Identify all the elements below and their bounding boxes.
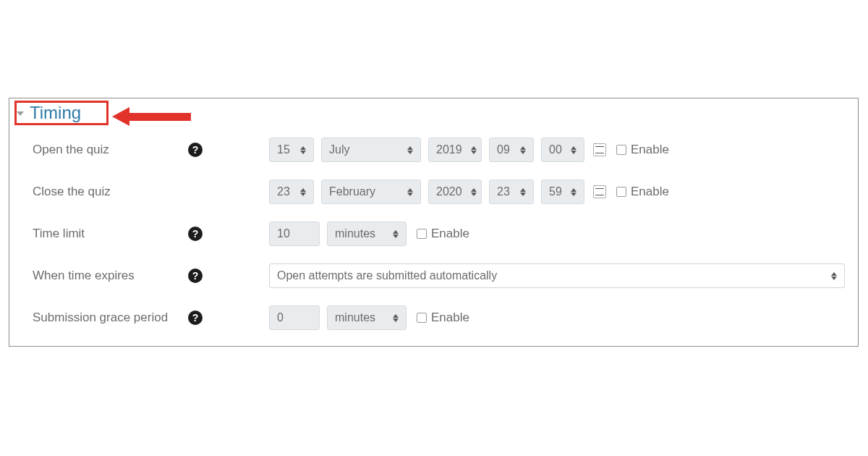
help-icon[interactable]: ? xyxy=(188,227,203,241)
help-icon[interactable]: ? xyxy=(188,143,203,157)
caret-down-icon xyxy=(17,111,24,116)
grace-enable[interactable]: Enable xyxy=(417,311,469,325)
section-title: Timing xyxy=(28,103,82,124)
close-hour-select[interactable]: 23 xyxy=(489,180,534,204)
open-year-select[interactable]: 2019 xyxy=(428,138,482,162)
label-open-quiz: Open the quiz xyxy=(33,143,109,157)
help-icon[interactable]: ? xyxy=(188,269,203,283)
open-day-select[interactable]: 15 xyxy=(269,138,314,162)
label-close-quiz: Close the quiz xyxy=(33,185,111,199)
checkbox-icon[interactable] xyxy=(616,187,626,197)
open-minute-select[interactable]: 00 xyxy=(541,138,584,162)
row-grace-period: Submission grace period ? 0 minutes Enab… xyxy=(17,305,851,330)
label-time-expires: When time expires xyxy=(33,269,135,283)
row-open-quiz: Open the quiz ? 15 July 2019 09 00 Enabl… xyxy=(17,138,851,162)
open-hour-select[interactable]: 09 xyxy=(489,138,534,162)
row-close-quiz: Close the quiz 23 February 2020 23 59 En… xyxy=(17,180,851,204)
row-time-limit: Time limit ? 10 minutes Enable xyxy=(17,221,851,246)
expire-action-select[interactable]: Open attempts are submitted automaticall… xyxy=(269,263,845,288)
row-time-expires: When time expires ? Open attempts are su… xyxy=(17,263,851,288)
section-header[interactable]: Timing xyxy=(17,103,851,124)
label-grace-period: Submission grace period xyxy=(33,311,168,325)
label-time-limit: Time limit xyxy=(33,227,85,241)
limit-value-input[interactable]: 10 xyxy=(269,221,320,246)
close-month-select[interactable]: February xyxy=(321,180,421,204)
checkbox-icon[interactable] xyxy=(417,313,427,323)
close-day-select[interactable]: 23 xyxy=(269,180,314,204)
limit-enable[interactable]: Enable xyxy=(417,227,469,241)
limit-unit-select[interactable]: minutes xyxy=(327,221,407,246)
grace-unit-select[interactable]: minutes xyxy=(327,305,407,330)
open-month-select[interactable]: July xyxy=(321,138,421,162)
grace-value-input[interactable]: 0 xyxy=(269,305,320,330)
close-minute-select[interactable]: 59 xyxy=(541,180,584,204)
open-enable[interactable]: Enable xyxy=(616,143,669,157)
checkbox-icon[interactable] xyxy=(417,229,427,239)
calendar-icon[interactable] xyxy=(593,143,606,156)
close-enable[interactable]: Enable xyxy=(616,185,669,199)
checkbox-icon[interactable] xyxy=(616,145,626,155)
help-icon[interactable]: ? xyxy=(188,311,203,325)
close-year-select[interactable]: 2020 xyxy=(428,180,482,204)
annotation-arrow xyxy=(112,107,191,126)
timing-panel: Timing Open the quiz ? 15 July 2019 09 0… xyxy=(9,98,859,347)
calendar-icon[interactable] xyxy=(593,185,606,198)
